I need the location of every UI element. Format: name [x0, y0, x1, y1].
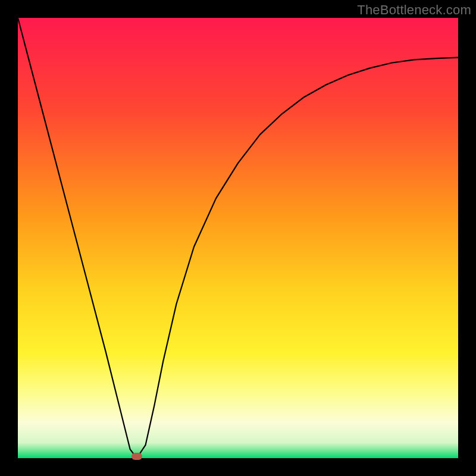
bottleneck-curve — [18, 18, 458, 458]
optimum-marker — [131, 453, 142, 460]
watermark-text: TheBottleneck.com — [357, 2, 471, 18]
chart-frame: TheBottleneck.com — [0, 0, 476, 476]
